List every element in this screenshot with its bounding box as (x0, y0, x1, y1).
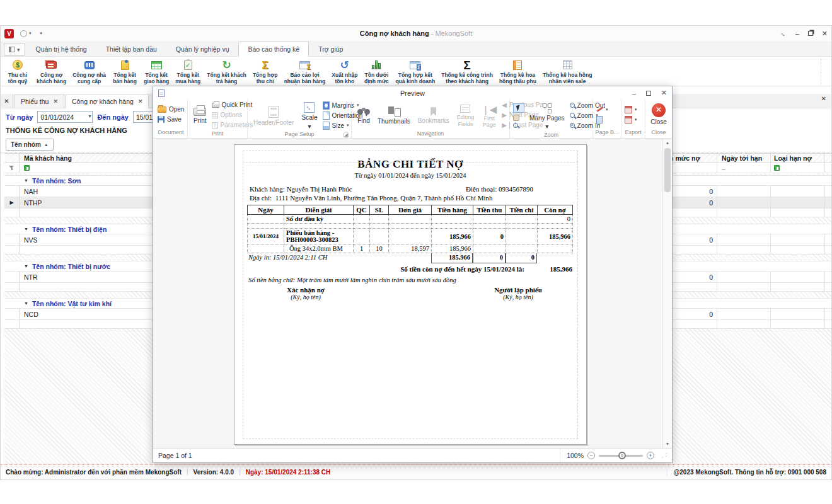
collapse-icon[interactable]: ▼ (24, 227, 28, 231)
date-text: Ngày: 15/01/2024 2:11:38 CH (246, 469, 331, 476)
export-icon (625, 106, 632, 113)
ribbon-button-ket-qua-kinh-doanh[interactable]: Σ Tổng hợp kếtquả kinh doanh (392, 57, 438, 86)
ribbon-button-tong-ket-mua-hang[interactable]: ✓ Tổng kếtmua hàng (172, 57, 204, 86)
hand-tool-button[interactable] (513, 115, 519, 121)
ribbon-button-ton-duoi-dinh-muc[interactable]: Tồn dướiđịnh mức (361, 57, 392, 86)
close-all-tabs-icon[interactable]: ✕ (821, 95, 826, 102)
quick-access-caret-icon[interactable]: ▾ (29, 31, 32, 36)
column-header-loai-han-no[interactable]: Loại hạn nợ (771, 154, 825, 163)
inventory-arrow-icon: ↺ (340, 59, 349, 71)
scroll-up-icon[interactable]: ▲ (666, 139, 670, 147)
zoom-plus-button[interactable]: + (647, 452, 654, 459)
pointer-tool-button[interactable] (513, 103, 524, 113)
ribbon-app-menu-button[interactable]: ▾ (4, 43, 25, 56)
close-window-button[interactable]: ✕ (822, 30, 828, 37)
ribbon-button-tong-ket-khach-tra-hang[interactable]: ↻ Tổng kết kháchtrả hàng (204, 57, 249, 86)
close-tab-button[interactable]: ✕ (1, 94, 13, 108)
send-document-button[interactable]: ▾ (625, 115, 637, 123)
group-export: ▾ ▾ Export (621, 100, 645, 138)
total-tien-hang: 185,966 (431, 253, 473, 263)
chevron-down-icon: ▾ (606, 107, 608, 112)
scrollbar-thumb[interactable] (664, 148, 671, 192)
zoom-slider[interactable] (599, 455, 643, 457)
from-date-input[interactable]: 01/01/2024▾ (37, 111, 93, 123)
ribbon-button-thong-ke-cong-trinh[interactable]: Σ Thống kê công trìnhtheo khách hàng (438, 57, 496, 86)
filter-cell-type[interactable] (771, 163, 825, 173)
filter-chip-icon[interactable] (24, 165, 30, 171)
filter-cell-due[interactable]: – (717, 163, 771, 173)
close-preview-button[interactable]: ✕Close (648, 103, 669, 126)
bookmarks-button[interactable]: Bookmarks (415, 105, 452, 125)
dialog-launcher-icon[interactable]: ◢ (343, 132, 349, 138)
thumbnails-button[interactable]: Thumbnails (375, 105, 413, 125)
doc-tab-cong-no-khach-hang[interactable]: Công nợ khách hàng✕ (66, 94, 149, 108)
chevron-down-icon: ▾ (635, 117, 637, 122)
save-button[interactable]: Save (158, 115, 184, 123)
tab-bao-cao-thong-ke[interactable]: Báo cáo thống kê (238, 42, 309, 57)
delivery-table-icon (151, 59, 162, 71)
magnifier-tool-button[interactable] (513, 123, 518, 128)
chevron-down-icon[interactable]: ▾ (88, 113, 91, 119)
print-button[interactable]: Print (191, 105, 209, 125)
ribbon-button-cong-no-khach-hang[interactable]: Công nợkhách hàng (33, 57, 69, 86)
group-by-chip[interactable]: Tên nhóm▲ (6, 139, 54, 151)
scroll-down-icon[interactable]: ▼ (666, 440, 670, 448)
collapse-icon[interactable]: ▼ (24, 264, 28, 268)
quick-access-circle-icon[interactable] (20, 30, 27, 37)
parameters-button[interactable]: ?Parameters (212, 121, 253, 129)
ribbon-button-tong-ket-ban-hang[interactable]: Tổng kếtbán hàng (109, 57, 141, 86)
cursor-icon (516, 105, 521, 111)
zoom-slider-knob[interactable] (618, 452, 626, 459)
tab-thiet-lap-ban-dau[interactable]: Thiết lập ban đầu (96, 41, 166, 56)
resize-grip-icon[interactable] (662, 453, 667, 458)
close-icon[interactable]: ✕ (53, 98, 58, 105)
preview-canvas: BẢNG CHI TIẾT NỢ Từ ngày 01/01/2024 đến … (153, 139, 672, 448)
zoom-out-icon: − (570, 103, 575, 108)
tab-quan-tri-he-thong[interactable]: Quản trị hệ thống (26, 41, 96, 56)
tab-quan-ly-nghiep-vu[interactable]: Quản lý nghiệp vụ (166, 41, 239, 56)
fullscreen-button[interactable]: ↔ (780, 30, 787, 37)
collapse-icon[interactable]: ▼ (24, 301, 28, 306)
ribbon-button-tong-hop-thu-chi[interactable]: Σ Tổng hợpthu chi (250, 57, 281, 86)
many-pages-button[interactable]: Many Pages▾ (527, 101, 567, 130)
preview-minimize-button[interactable]: – (632, 89, 636, 97)
scale-button[interactable]: ↔Scale▾ (299, 101, 320, 130)
editing-fields-button[interactable]: EditingFields (454, 103, 477, 127)
ribbon-button-bao-cao-loi-nhuan[interactable]: Σ Báo cáo lợinhuận bán hàng (281, 57, 329, 86)
filter-funnel-icon[interactable] (9, 165, 14, 171)
preview-maximize-button[interactable] (646, 91, 651, 96)
amount-in-words: Số tiền bằng chữ: Một trăm tám mươi lăm … (248, 277, 586, 284)
header-footer-button[interactable]: Header/Footer (251, 105, 296, 127)
open-button[interactable]: Open (158, 105, 184, 113)
find-button[interactable]: Find (355, 106, 373, 125)
preview-close-button[interactable]: ✕ (661, 89, 667, 97)
watermark-button[interactable]: ▾ (596, 105, 608, 113)
options-button[interactable]: Options (212, 111, 253, 119)
zoom-minus-button[interactable]: − (587, 452, 595, 459)
column-header-ngay-toi-han[interactable]: Ngày tới hạn (717, 154, 771, 163)
export-document-button[interactable]: ▾ (625, 105, 637, 113)
pane-icon (9, 47, 15, 52)
ribbon-button-tong-ket-giao-hang[interactable]: Tổng kếtgiao hàng (141, 57, 172, 86)
preview-scrollbar[interactable]: ▲ ▼ (662, 139, 672, 448)
restore-button[interactable] (808, 30, 813, 37)
close-icon[interactable]: ✕ (138, 98, 143, 105)
collapse-icon[interactable]: ▼ (24, 178, 28, 183)
tab-tro-giup[interactable]: Trợ giúp (309, 41, 352, 56)
ribbon-button-cong-no-nha-cung-cap[interactable]: Công nợ nhàcung cấp (69, 57, 109, 86)
printer-icon (194, 108, 206, 116)
minimize-button[interactable]: – (795, 30, 799, 37)
first-page-button[interactable]: ❘◀FirstPage (479, 102, 499, 129)
ribbon-button-xuat-nhap-ton-kho[interactable]: ↺ Xuất nhậptồn kho (328, 57, 361, 86)
ribbon-button-hoa-hong-thau-phu[interactable]: Thống kê hoahồng thầu phụ (496, 57, 540, 86)
toolbar-overflow-icon[interactable]: ▾ (40, 31, 43, 36)
page-color-button[interactable] (596, 115, 608, 123)
ribbon-button-hoa-hong-nhan-vien-sale[interactable]: Thống kê hoa hồngnhân viên sale (540, 57, 595, 86)
quick-print-button[interactable]: Quick Print (212, 101, 253, 109)
doc-tab-phieu-thu[interactable]: Phiếu thu✕ (14, 94, 64, 108)
chevron-down-icon: ▾ (308, 123, 311, 130)
filter-chip-icon[interactable] (774, 165, 780, 171)
customer-debt-icon (46, 59, 57, 71)
ribbon-button-thu-chi-ton-quy[interactable]: $ Thu chitồn quỹ (2, 57, 33, 86)
editing-fields-icon (460, 105, 470, 113)
